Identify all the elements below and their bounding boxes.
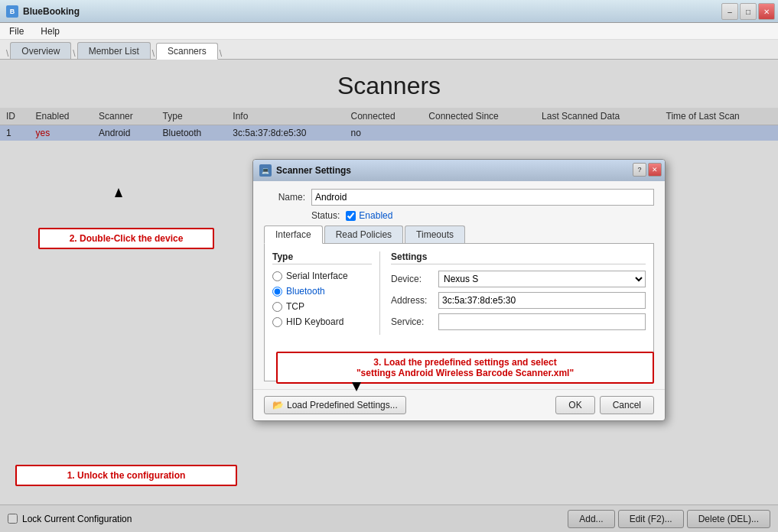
- type-hid: HID Keyboard: [272, 316, 372, 327]
- hid-label: HID Keyboard: [286, 316, 343, 327]
- menu-file[interactable]: File: [5, 24, 28, 38]
- tab-read-policies[interactable]: Read Policies: [324, 225, 403, 243]
- inner-tabs: Interface Read Policies Timeouts: [264, 225, 654, 244]
- name-label: Name:: [264, 192, 305, 203]
- settings-header: Settings: [391, 251, 646, 264]
- dialog-footer: 📂 Load Predefined Settings... OK Cancel: [253, 389, 665, 420]
- dialog-icon: 💻: [259, 164, 272, 177]
- address-row: Address:: [391, 292, 646, 309]
- device-select[interactable]: Nexus S: [438, 271, 646, 287]
- tabs-bar: \ Overview \ Member List \ Scanners \: [0, 40, 778, 60]
- device-label: Device:: [391, 274, 438, 284]
- load-predefined-button[interactable]: 📂 Load Predefined Settings...: [264, 396, 406, 414]
- name-row: Name: Android: [264, 189, 654, 206]
- radio-serial[interactable]: [272, 271, 282, 281]
- dialog-title-controls: ? ✕: [633, 163, 662, 177]
- radio-tcp[interactable]: [272, 302, 282, 312]
- type-tcp: TCP: [272, 301, 372, 312]
- tab-member-list[interactable]: Member List: [77, 42, 151, 59]
- title-controls: – □ ✕: [721, 3, 775, 20]
- radio-bluetooth[interactable]: [272, 287, 282, 297]
- footer-right: OK Cancel: [555, 396, 654, 414]
- dialog-title-bar: 💻 Scanner Settings ? ✕: [253, 160, 665, 181]
- type-column: Type Serial Interface Bluetooth TCP: [272, 251, 379, 335]
- load-btn-label: Load Predefined Settings...: [287, 400, 398, 410]
- dialog-title: Scanner Settings: [276, 165, 351, 176]
- tab-timeouts[interactable]: Timeouts: [405, 225, 465, 243]
- type-header: Type: [272, 251, 372, 264]
- tab-interface[interactable]: Interface: [264, 225, 323, 244]
- title-bar: B BlueBooking – □ ✕: [0, 0, 778, 23]
- address-label: Address:: [391, 295, 438, 306]
- dialog-help-button[interactable]: ?: [633, 163, 646, 177]
- address-input[interactable]: [438, 292, 646, 309]
- settings-column: Settings Device: Nexus S Address:: [379, 251, 646, 335]
- bluetooth-label: Bluetooth: [286, 286, 325, 297]
- ok-button[interactable]: OK: [555, 396, 594, 414]
- service-input[interactable]: [438, 313, 646, 330]
- dialog-close-button[interactable]: ✕: [648, 163, 662, 177]
- cancel-button[interactable]: Cancel: [600, 396, 654, 414]
- menu-help[interactable]: Help: [36, 24, 64, 38]
- minimize-button[interactable]: –: [721, 3, 738, 20]
- main-content: Scanners ID Enabled Scanner Type Info Co…: [0, 60, 778, 532]
- type-settings-layout: Type Serial Interface Bluetooth TCP: [272, 251, 646, 335]
- type-bluetooth: Bluetooth: [272, 286, 372, 297]
- service-row: Service:: [391, 313, 646, 330]
- radio-hid[interactable]: [272, 317, 282, 327]
- tab-overview[interactable]: Overview: [10, 42, 71, 59]
- type-serial: Serial Interface: [272, 271, 372, 281]
- scanner-settings-dialog: 💻 Scanner Settings ? ✕ Name: Android Sta…: [252, 159, 666, 421]
- maximize-button[interactable]: □: [740, 3, 757, 20]
- annotation-double-click: 2. Double-Click the device: [38, 228, 214, 249]
- footer-left: 📂 Load Predefined Settings...: [264, 396, 406, 414]
- annotation-load-settings: 3. Load the predefined settings and sele…: [276, 352, 654, 384]
- load-icon: 📂: [272, 400, 284, 410]
- device-row: Device: Nexus S: [391, 271, 646, 287]
- status-label: Status:: [311, 210, 340, 221]
- tcp-label: TCP: [286, 301, 304, 312]
- close-button[interactable]: ✕: [758, 3, 775, 20]
- status-checkbox[interactable]: [346, 211, 356, 221]
- menu-bar: File Help: [0, 23, 778, 40]
- service-label: Service:: [391, 316, 438, 327]
- app-icon: B: [6, 5, 18, 18]
- app-title: BlueBooking: [23, 6, 80, 17]
- status-text: Enabled: [359, 210, 392, 221]
- status-row: Status: Enabled: [264, 210, 654, 221]
- name-input[interactable]: Android: [311, 189, 654, 206]
- serial-label: Serial Interface: [286, 271, 348, 281]
- annotation-unlock: 1. Unlock the configuration: [15, 465, 237, 486]
- tab-scanners[interactable]: Scanners: [156, 43, 218, 60]
